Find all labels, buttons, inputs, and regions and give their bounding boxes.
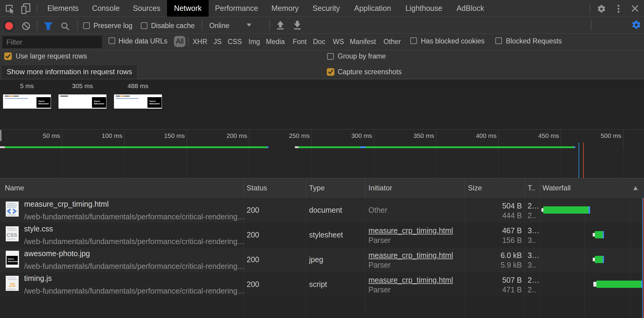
svg-text:JS: JS	[9, 282, 15, 288]
svg-text:CSS: CSS	[7, 232, 17, 238]
